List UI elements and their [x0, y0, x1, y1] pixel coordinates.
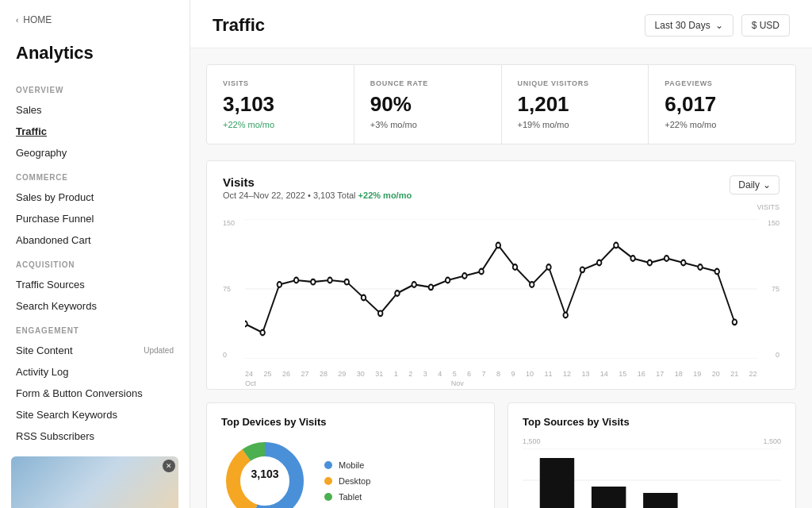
mobile-label: Mobile [339, 460, 364, 470]
x-label: 19 [693, 370, 701, 378]
sidebar-item-label: Site Search Keywords [16, 409, 117, 421]
x-label: 11 [544, 370, 552, 378]
svg-text:3,103: 3,103 [251, 468, 278, 480]
sidebar-item-activity-log[interactable]: Activity Log [0, 361, 190, 383]
svg-point-8 [327, 278, 332, 283]
svg-point-16 [462, 273, 467, 279]
sidebar-item-site-search-keywords[interactable]: Site Search Keywords [0, 404, 190, 425]
y-right-mid: 75 [768, 285, 779, 293]
svg-point-24 [597, 260, 602, 266]
sidebar-item-rss-subscribers[interactable]: RSS Subscribers [0, 425, 190, 447]
x-label: 29 [338, 370, 346, 378]
sidebar-item-purchase-funnel[interactable]: Purchase Funnel [0, 208, 190, 229]
svg-point-30 [698, 264, 703, 270]
x-label: 18 [675, 370, 683, 378]
x-label: 8 [496, 370, 500, 378]
x-label: 26 [282, 370, 290, 378]
stat-visits: VISITS 3,103 +22% mo/mo [207, 65, 354, 144]
svg-point-26 [630, 256, 635, 261]
sidebar-item-geography[interactable]: Geography [0, 142, 190, 164]
tablet-dot [324, 493, 332, 501]
stat-visits-value: 3,103 [223, 92, 338, 117]
sidebar-item-label: RSS Subscribers [16, 430, 94, 442]
x-label: 1 [394, 370, 398, 378]
legend-desktop: Desktop [324, 476, 370, 486]
x-label: 4 [438, 370, 442, 378]
stat-pageviews-value: 6,017 [665, 92, 779, 117]
date-range-button[interactable]: Last 30 Days ⌄ [645, 14, 733, 37]
oct-label: Oct [245, 379, 256, 387]
section-engagement: ENGAGEMENT [0, 317, 190, 340]
svg-point-10 [362, 295, 366, 301]
x-label: 21 [730, 370, 738, 378]
desktop-label: Desktop [339, 476, 370, 486]
stats-row: VISITS 3,103 +22% mo/mo BOUNCE RATE 90% … [206, 64, 796, 144]
svg-rect-42 [643, 493, 677, 508]
stat-unique-visitors: UNIQUE VISITORS 1,201 +19% mo/mo [502, 65, 649, 144]
sidebar-item-label: Traffic [16, 125, 47, 137]
x-label: 27 [301, 370, 308, 378]
currency-label: $ USD [752, 20, 779, 31]
stat-bounce-value: 90% [370, 92, 485, 117]
svg-point-22 [563, 313, 568, 318]
sidebar-item-label: Traffic Sources [16, 279, 85, 291]
analytics-title: Analytics [0, 37, 190, 76]
svg-point-29 [681, 260, 686, 266]
x-label: 28 [320, 370, 327, 378]
bottom-charts-row: Top Devices by Visits 3,103 Mobi [206, 402, 796, 508]
home-link[interactable]: ‹ HOME [0, 0, 190, 37]
page-title: Traffic [213, 15, 265, 36]
x-label: 14 [600, 370, 608, 378]
svg-point-14 [429, 285, 434, 291]
top-sources-title: Top Sources by Visits [523, 416, 781, 428]
sources-y-label-top: 1,500 [523, 437, 541, 445]
svg-point-11 [378, 311, 383, 317]
sidebar-item-site-content[interactable]: Site Content Updated [0, 340, 190, 361]
period-select[interactable]: Daily ⌄ [730, 175, 779, 194]
donut-area: 3,103 Mobile Desktop Tablet [221, 437, 480, 508]
sidebar-item-label: Sales [16, 104, 42, 116]
chart-svg-container [245, 219, 757, 359]
svg-point-27 [648, 260, 653, 266]
svg-point-12 [395, 291, 400, 296]
stat-visits-change: +22% mo/mo [223, 120, 338, 129]
sidebar-item-sales[interactable]: Sales [0, 99, 190, 121]
sidebar-item-search-keywords[interactable]: Search Keywords [0, 295, 190, 317]
sidebar-promo-image: ✕ [11, 456, 178, 508]
legend-tablet: Tablet [324, 492, 370, 502]
x-label: 22 [749, 370, 757, 378]
x-label: 13 [581, 370, 589, 378]
sidebar-item-traffic[interactable]: Traffic [0, 121, 190, 142]
visits-axis-label: VISITS [756, 203, 779, 211]
section-commerce: COMMERCE [0, 164, 190, 187]
chart-header: Visits Oct 24–Nov 22, 2022 • 3,103 Total… [223, 175, 779, 200]
top-devices-card: Top Devices by Visits 3,103 Mobi [206, 402, 495, 508]
stat-pageviews: PAGEVIEWS 6,017 +22% mo/mo [649, 65, 795, 144]
svg-point-7 [311, 279, 316, 285]
stat-unique-change: +19% mo/mo [518, 120, 633, 129]
chevron-down-icon: ⌄ [763, 179, 771, 190]
sidebar-item-form-button-conversions[interactable]: Form & Button Conversions [0, 383, 190, 404]
page-header: Traffic Last 30 Days ⌄ $ USD [190, 0, 812, 48]
svg-point-32 [733, 320, 737, 325]
close-promo-button[interactable]: ✕ [163, 460, 175, 472]
sidebar-item-label: Sales by Product [16, 191, 94, 203]
top-sources-card: Top Sources by Visits 1,500 1,500 [508, 402, 796, 508]
currency-button[interactable]: $ USD [741, 14, 790, 37]
x-label: 5 [453, 370, 457, 378]
donut-chart: 3,103 [221, 437, 308, 508]
donut-legend: Mobile Desktop Tablet [324, 460, 370, 502]
svg-point-5 [278, 282, 282, 287]
sidebar-item-label: Geography [16, 147, 67, 159]
x-label: 15 [619, 370, 626, 378]
sidebar-item-abandoned-cart[interactable]: Abandoned Cart [0, 229, 190, 251]
svg-rect-40 [540, 458, 574, 508]
sidebar-item-label: Activity Log [16, 366, 68, 378]
y-right-zero: 0 [768, 351, 779, 359]
sidebar-item-sales-by-product[interactable]: Sales by Product [0, 187, 190, 208]
sidebar-item-traffic-sources[interactable]: Traffic Sources [0, 274, 190, 295]
stat-visits-label: VISITS [223, 79, 338, 87]
date-range-label: Last 30 Days [655, 20, 710, 31]
stat-pageviews-label: PAGEVIEWS [665, 79, 779, 87]
y-label-top: 150 [223, 219, 235, 227]
